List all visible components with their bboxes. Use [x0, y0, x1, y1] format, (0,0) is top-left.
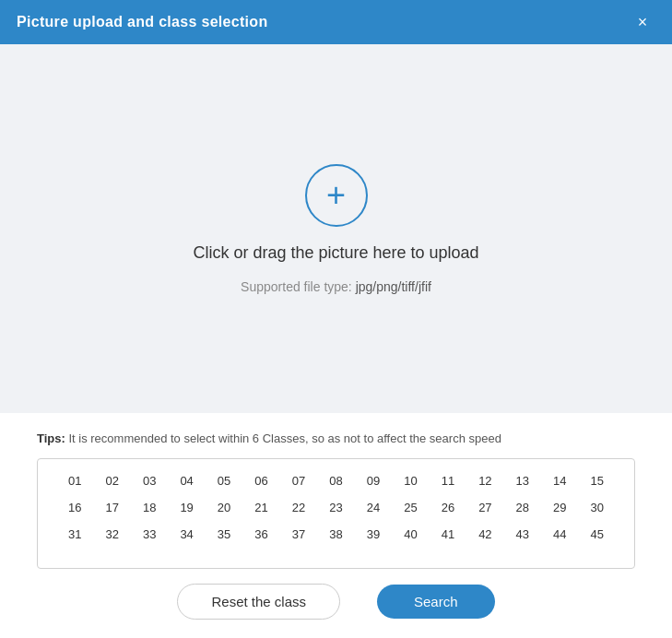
- class-item[interactable]: 02: [93, 470, 130, 491]
- class-item[interactable]: 23: [317, 497, 354, 518]
- class-item[interactable]: 13: [504, 470, 541, 491]
- class-item[interactable]: 22: [280, 497, 317, 518]
- class-item[interactable]: 26: [430, 497, 466, 518]
- upload-main-text: Click or drag the picture here to upload: [193, 243, 478, 263]
- upload-plus-icon[interactable]: +: [305, 164, 368, 227]
- class-item[interactable]: 43: [504, 524, 541, 545]
- class-item[interactable]: 24: [355, 497, 392, 518]
- class-item[interactable]: 42: [466, 524, 503, 545]
- class-item[interactable]: 20: [206, 497, 242, 518]
- title-bar: Picture upload and class selection ×: [0, 0, 672, 44]
- class-item[interactable]: 06: [242, 470, 279, 491]
- reset-button[interactable]: Reset the class: [177, 584, 340, 620]
- class-grid-wrapper: 0102030405060708091011121314151617181920…: [37, 458, 635, 569]
- class-item[interactable]: 18: [131, 497, 168, 518]
- tips-row: Tips: It is recommended to select within…: [37, 431, 635, 445]
- class-item[interactable]: 11: [430, 470, 466, 491]
- class-item[interactable]: 28: [504, 497, 541, 518]
- tips-label: Tips:: [37, 431, 65, 445]
- class-item[interactable]: 36: [242, 524, 279, 545]
- class-item[interactable]: 04: [168, 470, 205, 491]
- class-item[interactable]: 15: [579, 470, 616, 491]
- class-item[interactable]: 09: [355, 470, 392, 491]
- upload-zone[interactable]: + Click or drag the picture here to uplo…: [193, 164, 478, 294]
- class-section: Tips: It is recommended to select within…: [0, 413, 672, 569]
- dialog-title: Picture upload and class selection: [17, 14, 268, 30]
- class-item[interactable]: 39: [355, 524, 392, 545]
- class-item[interactable]: 14: [541, 470, 578, 491]
- supported-file-type: Supported file type: jpg/png/tiff/jfif: [241, 279, 431, 294]
- class-item[interactable]: 03: [131, 470, 168, 491]
- footer: Reset the class Search: [0, 569, 672, 638]
- supported-label: Supported file type:: [241, 279, 352, 294]
- class-item[interactable]: 08: [317, 470, 354, 491]
- class-item[interactable]: 34: [168, 524, 205, 545]
- class-item[interactable]: 01: [56, 470, 93, 491]
- class-item[interactable]: 16: [56, 497, 93, 518]
- class-item[interactable]: 41: [430, 524, 466, 545]
- class-item[interactable]: 44: [541, 524, 578, 545]
- class-item[interactable]: 31: [56, 524, 93, 545]
- class-item[interactable]: 38: [317, 524, 354, 545]
- close-button[interactable]: ×: [630, 9, 655, 35]
- upload-section[interactable]: + Click or drag the picture here to uplo…: [0, 44, 672, 413]
- class-item[interactable]: 17: [93, 497, 130, 518]
- class-item[interactable]: 12: [466, 470, 503, 491]
- class-item[interactable]: 37: [280, 524, 317, 545]
- search-button[interactable]: Search: [377, 585, 495, 619]
- class-item[interactable]: 19: [168, 497, 205, 518]
- class-item[interactable]: 10: [392, 470, 429, 491]
- class-item[interactable]: 40: [392, 524, 429, 545]
- class-item[interactable]: 07: [280, 470, 317, 491]
- class-item[interactable]: 45: [579, 524, 616, 545]
- class-item[interactable]: 29: [541, 497, 578, 518]
- class-item[interactable]: 32: [93, 524, 130, 545]
- supported-value: jpg/png/tiff/jfif: [356, 279, 431, 294]
- tips-text: It is recommended to select within 6 Cla…: [68, 431, 501, 445]
- class-item[interactable]: 25: [392, 497, 429, 518]
- class-item[interactable]: 05: [206, 470, 242, 491]
- class-item[interactable]: 33: [131, 524, 168, 545]
- class-item[interactable]: 30: [579, 497, 616, 518]
- class-grid: 0102030405060708091011121314151617181920…: [56, 470, 616, 545]
- class-item[interactable]: 21: [242, 497, 279, 518]
- class-item[interactable]: 35: [206, 524, 242, 545]
- class-item[interactable]: 27: [466, 497, 503, 518]
- dialog: Picture upload and class selection × + C…: [0, 0, 672, 638]
